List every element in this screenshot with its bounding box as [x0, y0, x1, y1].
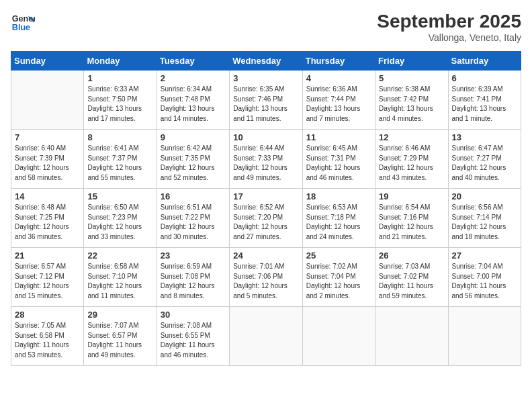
calendar-cell: 7Sunrise: 6:40 AM Sunset: 7:39 PM Daylig…: [11, 130, 84, 189]
calendar-cell: 19Sunrise: 6:54 AM Sunset: 7:16 PM Dayli…: [375, 189, 448, 248]
calendar-cell: 15Sunrise: 6:50 AM Sunset: 7:23 PM Dayli…: [84, 189, 157, 248]
calendar-cell: 6Sunrise: 6:39 AM Sunset: 7:41 PM Daylig…: [448, 71, 521, 130]
day-number: 25: [306, 250, 371, 261]
page-header: General Blue September 2025 Vallonga, Ve…: [11, 11, 521, 43]
calendar-week-3: 14Sunrise: 6:48 AM Sunset: 7:25 PM Dayli…: [11, 189, 521, 248]
day-number: 24: [233, 250, 298, 261]
day-info: Sunrise: 7:04 AM Sunset: 7:00 PM Dayligh…: [452, 262, 517, 301]
title-block: September 2025 Vallonga, Veneto, Italy: [377, 11, 521, 43]
calendar-cell: [448, 307, 521, 366]
day-info: Sunrise: 6:33 AM Sunset: 7:50 PM Dayligh…: [87, 85, 152, 124]
calendar-cell: 17Sunrise: 6:52 AM Sunset: 7:20 PM Dayli…: [230, 189, 302, 248]
day-number: 18: [306, 191, 371, 201]
col-header-wednesday: Wednesday: [230, 52, 302, 71]
logo-icon: General Blue: [11, 11, 35, 35]
day-number: 17: [233, 191, 298, 201]
calendar-cell: 26Sunrise: 7:03 AM Sunset: 7:02 PM Dayli…: [375, 248, 448, 307]
day-number: 26: [379, 250, 444, 261]
day-info: Sunrise: 6:45 AM Sunset: 7:31 PM Dayligh…: [306, 144, 371, 183]
day-info: Sunrise: 6:41 AM Sunset: 7:37 PM Dayligh…: [87, 144, 152, 183]
calendar-cell: 1Sunrise: 6:33 AM Sunset: 7:50 PM Daylig…: [84, 71, 157, 130]
day-info: Sunrise: 6:50 AM Sunset: 7:23 PM Dayligh…: [87, 203, 152, 242]
day-info: Sunrise: 6:51 AM Sunset: 7:22 PM Dayligh…: [161, 203, 226, 242]
calendar-cell: 12Sunrise: 6:46 AM Sunset: 7:29 PM Dayli…: [375, 130, 448, 189]
day-info: Sunrise: 6:34 AM Sunset: 7:48 PM Dayligh…: [161, 85, 226, 124]
calendar-cell: 27Sunrise: 7:04 AM Sunset: 7:00 PM Dayli…: [448, 248, 521, 307]
day-number: 23: [161, 250, 226, 261]
col-header-friday: Friday: [375, 52, 448, 71]
calendar-cell: 9Sunrise: 6:42 AM Sunset: 7:35 PM Daylig…: [157, 130, 229, 189]
day-info: Sunrise: 6:53 AM Sunset: 7:18 PM Dayligh…: [306, 203, 371, 242]
calendar-cell: 30Sunrise: 7:08 AM Sunset: 6:55 PM Dayli…: [157, 307, 229, 366]
calendar-cell: 20Sunrise: 6:56 AM Sunset: 7:14 PM Dayli…: [448, 189, 521, 248]
day-number: 12: [379, 132, 444, 142]
day-info: Sunrise: 6:35 AM Sunset: 7:46 PM Dayligh…: [233, 85, 298, 124]
calendar-cell: 10Sunrise: 6:44 AM Sunset: 7:33 PM Dayli…: [230, 130, 302, 189]
day-info: Sunrise: 7:08 AM Sunset: 6:55 PM Dayligh…: [161, 321, 226, 360]
day-info: Sunrise: 6:56 AM Sunset: 7:14 PM Dayligh…: [452, 203, 517, 242]
day-number: 28: [15, 310, 80, 320]
day-number: 6: [452, 73, 517, 83]
day-info: Sunrise: 7:05 AM Sunset: 6:58 PM Dayligh…: [15, 321, 80, 360]
day-info: Sunrise: 6:48 AM Sunset: 7:25 PM Dayligh…: [15, 203, 80, 242]
calendar-table: SundayMondayTuesdayWednesdayThursdayFrid…: [11, 51, 521, 366]
day-number: 21: [15, 250, 80, 261]
calendar-cell: 14Sunrise: 6:48 AM Sunset: 7:25 PM Dayli…: [11, 189, 84, 248]
calendar-cell: 22Sunrise: 6:58 AM Sunset: 7:10 PM Dayli…: [84, 248, 157, 307]
col-header-monday: Monday: [84, 52, 157, 71]
calendar-cell: 24Sunrise: 7:01 AM Sunset: 7:06 PM Dayli…: [230, 248, 302, 307]
calendar-cell: 8Sunrise: 6:41 AM Sunset: 7:37 PM Daylig…: [84, 130, 157, 189]
day-info: Sunrise: 6:57 AM Sunset: 7:12 PM Dayligh…: [15, 262, 80, 301]
calendar-week-2: 7Sunrise: 6:40 AM Sunset: 7:39 PM Daylig…: [11, 130, 521, 189]
day-info: Sunrise: 6:58 AM Sunset: 7:10 PM Dayligh…: [87, 262, 152, 301]
day-info: Sunrise: 7:03 AM Sunset: 7:02 PM Dayligh…: [379, 262, 444, 301]
day-number: 20: [452, 191, 517, 201]
location: Vallonga, Veneto, Italy: [377, 32, 521, 43]
day-info: Sunrise: 6:54 AM Sunset: 7:16 PM Dayligh…: [379, 203, 444, 242]
calendar-cell: 28Sunrise: 7:05 AM Sunset: 6:58 PM Dayli…: [11, 307, 84, 366]
calendar-cell: 29Sunrise: 7:07 AM Sunset: 6:57 PM Dayli…: [84, 307, 157, 366]
day-number: 22: [87, 250, 152, 261]
col-header-sunday: Sunday: [11, 52, 84, 71]
day-info: Sunrise: 7:02 AM Sunset: 7:04 PM Dayligh…: [306, 262, 371, 301]
logo: General Blue: [11, 11, 35, 35]
day-number: 11: [306, 132, 371, 142]
calendar-cell: [302, 307, 375, 366]
calendar-cell: 3Sunrise: 6:35 AM Sunset: 7:46 PM Daylig…: [230, 71, 302, 130]
calendar-cell: [11, 71, 84, 130]
day-number: 2: [161, 73, 226, 83]
calendar-cell: 18Sunrise: 6:53 AM Sunset: 7:18 PM Dayli…: [302, 189, 375, 248]
day-number: 15: [87, 191, 152, 201]
day-number: 16: [161, 191, 226, 201]
day-info: Sunrise: 6:36 AM Sunset: 7:44 PM Dayligh…: [306, 85, 371, 124]
day-info: Sunrise: 6:46 AM Sunset: 7:29 PM Dayligh…: [379, 144, 444, 183]
month-title: September 2025: [377, 11, 521, 32]
day-number: 1: [87, 73, 152, 83]
calendar-week-4: 21Sunrise: 6:57 AM Sunset: 7:12 PM Dayli…: [11, 248, 521, 307]
calendar-cell: 2Sunrise: 6:34 AM Sunset: 7:48 PM Daylig…: [157, 71, 229, 130]
day-info: Sunrise: 6:44 AM Sunset: 7:33 PM Dayligh…: [233, 144, 298, 183]
day-number: 4: [306, 73, 371, 83]
day-info: Sunrise: 7:01 AM Sunset: 7:06 PM Dayligh…: [233, 262, 298, 301]
day-number: 27: [452, 250, 517, 261]
day-info: Sunrise: 6:52 AM Sunset: 7:20 PM Dayligh…: [233, 203, 298, 242]
day-info: Sunrise: 6:38 AM Sunset: 7:42 PM Dayligh…: [379, 85, 444, 124]
calendar-cell: 25Sunrise: 7:02 AM Sunset: 7:04 PM Dayli…: [302, 248, 375, 307]
calendar-week-5: 28Sunrise: 7:05 AM Sunset: 6:58 PM Dayli…: [11, 307, 521, 366]
day-info: Sunrise: 6:42 AM Sunset: 7:35 PM Dayligh…: [161, 144, 226, 183]
svg-text:Blue: Blue: [12, 23, 30, 32]
calendar-cell: 4Sunrise: 6:36 AM Sunset: 7:44 PM Daylig…: [302, 71, 375, 130]
day-info: Sunrise: 6:40 AM Sunset: 7:39 PM Dayligh…: [15, 144, 80, 183]
day-number: 3: [233, 73, 298, 83]
calendar-cell: [375, 307, 448, 366]
day-number: 30: [161, 310, 226, 320]
day-number: 13: [452, 132, 517, 142]
calendar-week-1: 1Sunrise: 6:33 AM Sunset: 7:50 PM Daylig…: [11, 71, 521, 130]
day-info: Sunrise: 6:39 AM Sunset: 7:41 PM Dayligh…: [452, 85, 517, 124]
calendar-cell: 21Sunrise: 6:57 AM Sunset: 7:12 PM Dayli…: [11, 248, 84, 307]
day-number: 5: [379, 73, 444, 83]
day-number: 7: [15, 132, 80, 142]
calendar-header-row: SundayMondayTuesdayWednesdayThursdayFrid…: [11, 52, 521, 71]
col-header-thursday: Thursday: [302, 52, 375, 71]
day-number: 29: [87, 310, 152, 320]
